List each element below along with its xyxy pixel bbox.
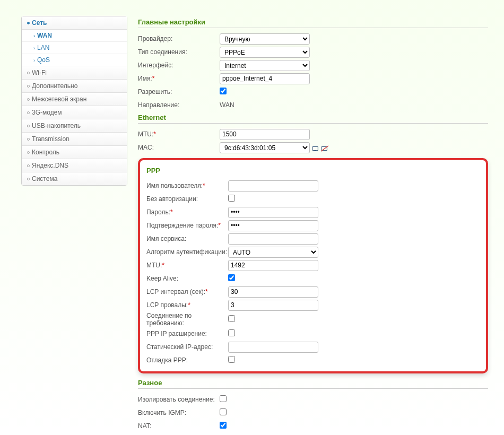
direction-label: Направление: bbox=[138, 101, 220, 109]
nav-label: Transmission bbox=[32, 135, 69, 143]
debug-label: Отладка PPP: bbox=[146, 356, 228, 364]
nav-label: 3G-модем bbox=[32, 109, 62, 116]
eth-mtu-input[interactable] bbox=[220, 129, 310, 140]
igmp-checkbox[interactable] bbox=[220, 408, 227, 415]
password-confirm-label: Подтверждение пароля:* bbox=[146, 222, 228, 229]
nav-sub-qos[interactable]: ›QoS bbox=[22, 54, 127, 66]
nav-label: Дополнительно bbox=[32, 82, 77, 90]
nav-label: USB-накопитель bbox=[32, 122, 81, 129]
username-label: Имя пользователя:* bbox=[146, 182, 228, 189]
dial-ondemand-label: Соединение по требованию: bbox=[146, 312, 228, 327]
nav-list: Сеть ›WAN ›LAN ›QoS Wi-Fi Дополнительно … bbox=[21, 16, 127, 186]
nav-label: Межсетевой экран bbox=[32, 95, 86, 103]
static-ip-input[interactable] bbox=[228, 342, 318, 353]
name-input[interactable] bbox=[220, 73, 310, 84]
nav-item-transmission[interactable]: Transmission bbox=[22, 133, 127, 146]
nav-label: Сеть bbox=[32, 19, 47, 27]
keepalive-checkbox[interactable] bbox=[228, 274, 235, 281]
nav-item-firewall[interactable]: Межсетевой экран bbox=[22, 93, 127, 106]
ppp-ip-ext-checkbox[interactable] bbox=[228, 329, 235, 336]
noauth-checkbox[interactable] bbox=[228, 195, 235, 202]
dial-ondemand-checkbox[interactable] bbox=[228, 315, 235, 322]
ppp-section-highlight: PPP Имя пользователя:* Без авторизации: … bbox=[138, 158, 488, 373]
nav-sub-wan[interactable]: ›WAN bbox=[22, 30, 127, 42]
isolate-checkbox[interactable] bbox=[220, 395, 227, 402]
sidebar: Сеть ›WAN ›LAN ›QoS Wi-Fi Дополнительно … bbox=[21, 16, 127, 435]
ppp-ip-ext-label: PPP IP расширение: bbox=[146, 330, 228, 337]
mac-select[interactable]: 9c:d6:43:3d:01:05 bbox=[220, 142, 310, 153]
content: Главные настройки Провайдер:Вручную Тип … bbox=[138, 16, 488, 435]
interface-select[interactable]: Internet bbox=[220, 60, 310, 71]
nav-item-control[interactable]: Контроль bbox=[22, 146, 127, 159]
nav-item-3gmodem[interactable]: 3G-модем bbox=[22, 106, 127, 119]
nat-checkbox[interactable] bbox=[220, 422, 227, 429]
nav-sub-lan[interactable]: ›LAN bbox=[22, 42, 127, 54]
isolate-label: Изолировать соединение: bbox=[138, 396, 220, 403]
auth-algo-select[interactable]: AUTO bbox=[228, 247, 318, 258]
ppp-mtu-label: MTU:* bbox=[146, 262, 228, 269]
allow-label: Разрешить: bbox=[138, 88, 220, 95]
igmp-label: Включить IGMP: bbox=[138, 409, 220, 416]
lcp-fail-label: LCP провалы:* bbox=[146, 301, 228, 309]
section-main-title: Главные настройки bbox=[138, 18, 488, 28]
section-misc-title: Разное bbox=[138, 379, 488, 389]
password-confirm-input[interactable] bbox=[228, 220, 318, 231]
svg-rect-0 bbox=[312, 147, 318, 151]
service-label: Имя сервиса: bbox=[146, 235, 228, 242]
nav-sub-label: QoS bbox=[37, 56, 50, 64]
debug-checkbox[interactable] bbox=[228, 356, 235, 363]
nav-item-advanced[interactable]: Дополнительно bbox=[22, 80, 127, 93]
lcp-interval-label: LCP интервал (сек):* bbox=[146, 288, 228, 295]
nav-sub-label: LAN bbox=[37, 44, 49, 51]
mac-label: MAC: bbox=[138, 144, 220, 151]
conn-type-label: Тип соединения: bbox=[138, 48, 220, 56]
nav-label: Система bbox=[32, 175, 57, 182]
direction-value: WAN bbox=[220, 101, 234, 109]
password-label: Пароль:* bbox=[146, 208, 228, 216]
service-input[interactable] bbox=[228, 233, 318, 245]
lcp-fail-input[interactable] bbox=[228, 300, 318, 311]
section-ethernet-title: Ethernet bbox=[138, 114, 488, 124]
nav-item-network[interactable]: Сеть bbox=[22, 16, 127, 30]
username-input[interactable] bbox=[228, 180, 318, 192]
name-label: Имя:* bbox=[138, 75, 220, 82]
nat-label: NAT: bbox=[138, 422, 220, 430]
static-ip-label: Статический IP-адрес: bbox=[146, 343, 228, 351]
provider-label: Провайдер: bbox=[138, 35, 220, 42]
provider-select[interactable]: Вручную bbox=[220, 33, 310, 45]
password-input[interactable] bbox=[228, 207, 318, 218]
nav-sub-label: WAN bbox=[37, 32, 52, 39]
conn-type-select[interactable]: PPPoE bbox=[220, 47, 310, 58]
svg-rect-1 bbox=[314, 151, 316, 151]
section-ppp-title: PPP bbox=[146, 167, 480, 176]
nav-item-usb[interactable]: USB-накопитель bbox=[22, 119, 127, 133]
nav-item-system[interactable]: Система bbox=[22, 172, 127, 185]
lcp-interval-input[interactable] bbox=[228, 286, 318, 298]
clone-mac-icon[interactable] bbox=[312, 145, 319, 152]
nav-label: Контроль bbox=[32, 149, 59, 156]
eth-mtu-label: MTU:* bbox=[138, 130, 220, 138]
noauth-label: Без авторизации: bbox=[146, 195, 228, 203]
keepalive-label: Keep Alive: bbox=[146, 275, 228, 282]
auth-algo-label: Алгоритм аутентификации: bbox=[146, 248, 228, 256]
ppp-mtu-input[interactable] bbox=[228, 260, 318, 271]
restore-mac-icon[interactable] bbox=[321, 145, 328, 152]
nav-item-yandexdns[interactable]: Яндекс.DNS bbox=[22, 159, 127, 172]
nav-label: Wi-Fi bbox=[32, 69, 47, 76]
interface-label: Интерфейс: bbox=[138, 62, 220, 69]
nav-item-wifi[interactable]: Wi-Fi bbox=[22, 66, 127, 80]
allow-checkbox[interactable] bbox=[220, 88, 227, 94]
nav-label: Яндекс.DNS bbox=[32, 162, 68, 169]
